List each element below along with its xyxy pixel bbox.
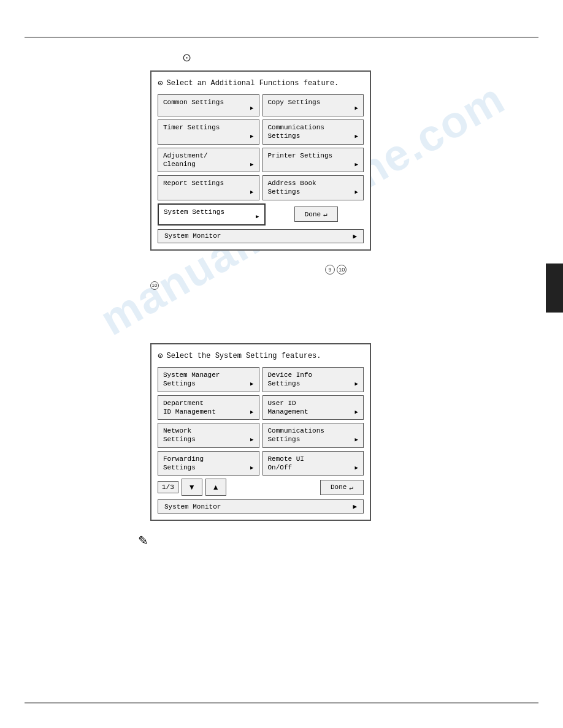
btn-device-info-settings[interactable]: Device Info Settings ▶ <box>262 367 364 392</box>
arrow-icon: ▶ <box>250 162 253 169</box>
arrow-icon: ▶ <box>250 381 253 389</box>
panel1-system-monitor[interactable]: System Monitor ▶ <box>158 229 364 243</box>
gear-icon-top: ⊙ <box>178 49 195 66</box>
btn-copy-settings[interactable]: Copy Settings ▶ <box>262 94 364 116</box>
arrow-icon: ▶ <box>256 214 259 221</box>
arrow-icon: ▶ <box>355 409 358 417</box>
circle-10-icon: 10 <box>337 265 347 275</box>
panel2-system-monitor[interactable]: System Monitor ▶ <box>158 499 364 514</box>
btn-user-id-management[interactable]: User ID Management ▶ <box>262 395 364 420</box>
arrow-right-icon: ▶ <box>353 232 357 240</box>
panel1-header: ⊙ Select an Additional Functions feature… <box>158 78 364 88</box>
panel1-header-text: Select an Additional Functions feature. <box>166 79 339 88</box>
btn-system-manager-settings[interactable]: System Manager Settings ▶ <box>158 367 259 392</box>
arrow-icon: ▶ <box>250 409 253 417</box>
arrow-icon: ▶ <box>355 134 358 141</box>
arrow-right-icon: ▶ <box>353 502 357 510</box>
enter-icon: ↵ <box>323 210 327 218</box>
btn-communications-settings-2[interactable]: Communications Settings ▶ <box>262 423 364 448</box>
panel2-gear-icon: ⊙ <box>158 351 163 361</box>
nav-down-button[interactable]: ▼ <box>182 479 202 496</box>
arrow-icon: ▶ <box>250 437 253 444</box>
arrow-icon: ▶ <box>250 134 253 141</box>
inline-icons-row: 9 10 <box>325 264 347 275</box>
pencil-icon: ✎ <box>138 533 148 548</box>
btn-timer-settings[interactable]: Timer Settings ▶ <box>158 119 259 145</box>
btn-common-settings[interactable]: Common Settings ▶ <box>158 94 259 116</box>
circle-10-small-icon: 10 <box>150 281 159 290</box>
panel2-header-text: Select the System Setting features. <box>166 352 321 360</box>
btn-adjustment-cleaning[interactable]: Adjustment/ Cleaning ▶ <box>158 148 259 173</box>
arrow-icon: ▶ <box>355 465 358 472</box>
panel1-button-grid: Common Settings ▶ Copy Settings ▶ Timer … <box>158 94 364 200</box>
nav-up-button[interactable]: ▲ <box>205 479 226 496</box>
right-tab <box>546 264 563 313</box>
circle-10-label: 10 <box>150 279 159 290</box>
arrow-icon: ▶ <box>250 105 253 113</box>
btn-report-settings[interactable]: Report Settings ▶ <box>158 175 259 200</box>
panel-additional-functions: ⊙ Select an Additional Functions feature… <box>150 70 371 251</box>
arrow-icon: ▶ <box>355 105 358 113</box>
btn-address-book-settings[interactable]: Address Book Settings ▶ <box>262 175 364 200</box>
arrow-icon: ▶ <box>250 465 253 472</box>
arrow-down-icon: ▼ <box>188 483 196 491</box>
panel2-pagination-row: 1/3 ▼ ▲ Done ↵ <box>158 479 364 496</box>
arrow-up-icon: ▲ <box>212 483 220 491</box>
btn-remote-ui-onoff[interactable]: Remote UI On/Off ▶ <box>262 451 364 476</box>
panel2-button-grid: System Manager Settings ▶ Device Info Se… <box>158 367 364 476</box>
btn-system-settings[interactable]: System Settings ▶ <box>158 203 266 226</box>
panel2-header: ⊙ Select the System Setting features. <box>158 351 364 361</box>
btn-network-settings[interactable]: Network Settings ▶ <box>158 423 259 448</box>
arrow-icon: ▶ <box>355 437 358 444</box>
panel1-done-button[interactable]: Done ↵ <box>294 207 338 222</box>
btn-forwarding-settings[interactable]: Forwarding Settings ▶ <box>158 451 259 476</box>
enter-icon: ↵ <box>349 483 353 491</box>
top-rule <box>25 37 538 38</box>
arrow-icon: ▶ <box>355 162 358 169</box>
btn-department-id-management[interactable]: Department ID Management ▶ <box>158 395 259 420</box>
bottom-rule <box>25 702 538 703</box>
panel-system-settings: ⊙ Select the System Setting features. Sy… <box>150 343 371 521</box>
page-indicator: 1/3 <box>158 481 178 493</box>
btn-printer-settings[interactable]: Printer Settings ▶ <box>262 148 364 173</box>
panel2-done-button[interactable]: Done ↵ <box>320 480 364 495</box>
arrow-icon: ▶ <box>355 381 358 389</box>
arrow-icon: ▶ <box>355 189 358 197</box>
arrow-icon: ▶ <box>250 189 253 197</box>
btn-communications-settings[interactable]: Communications Settings ▶ <box>262 119 364 145</box>
panel1-gear-icon: ⊙ <box>158 78 163 88</box>
circle-9-icon: 9 <box>325 265 335 275</box>
